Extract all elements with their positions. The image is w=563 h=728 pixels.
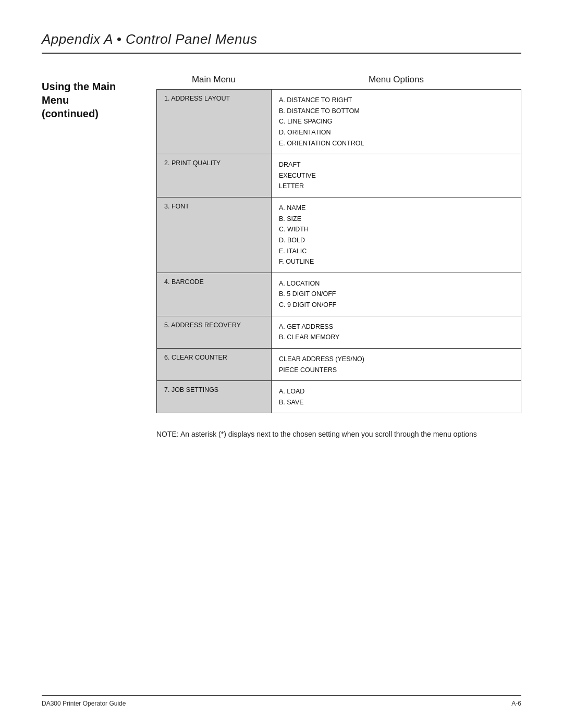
options-cell: A. LOCATIONB. 5 DIGIT ON/OFFC. 9 DIGIT O… xyxy=(272,273,521,316)
section-label: Using the Main Menu (continued) xyxy=(42,75,156,413)
menu-table: 1. ADDRESS LAYOUTA. DISTANCE TO RIGHTB. … xyxy=(156,89,521,413)
footer-left: DA300 Printer Operator Guide xyxy=(42,700,126,707)
main-menu-cell: 4. BARCODE xyxy=(157,273,272,316)
option-item: PIECE COUNTERS xyxy=(279,365,513,376)
note-text: NOTE: An asterisk (*) displays next to t… xyxy=(156,430,477,438)
column-headers: Main Menu Menu Options xyxy=(156,75,521,87)
main-menu-cell: 3. FONT xyxy=(157,198,272,273)
option-item: A. LOCATION xyxy=(279,278,513,289)
main-menu-cell: 6. CLEAR COUNTER xyxy=(157,348,272,380)
option-item: LETTER xyxy=(279,181,513,192)
option-item: C. WIDTH xyxy=(279,224,513,235)
col-header-menu-options: Menu Options xyxy=(271,75,521,87)
table-row: 3. FONTA. NAMEB. SIZEC. WIDTHD. BOLDE. I… xyxy=(157,198,521,273)
table-area: Main Menu Menu Options 1. ADDRESS LAYOUT… xyxy=(156,75,521,413)
option-item: D. ORIENTATION xyxy=(279,127,513,138)
option-item: E. ITALIC xyxy=(279,246,513,257)
options-cell: A. NAMEB. SIZEC. WIDTHD. BOLDE. ITALICF.… xyxy=(272,198,521,273)
option-item: B. 5 DIGIT ON/OFF xyxy=(279,289,513,300)
main-menu-cell: 2. PRINT QUALITY xyxy=(157,154,272,198)
note-section: NOTE: An asterisk (*) displays next to t… xyxy=(156,429,521,440)
main-menu-cell: 1. ADDRESS LAYOUT xyxy=(157,90,272,154)
options-cell: A. GET ADDRESSB. CLEAR MEMORY xyxy=(272,316,521,348)
option-item: A. LOAD xyxy=(279,386,513,397)
table-row: 2. PRINT QUALITYDRAFTEXECUTIVELETTER xyxy=(157,154,521,198)
option-item: B. SAVE xyxy=(279,397,513,408)
section-heading: Using the Main Menu (continued) xyxy=(42,80,146,120)
footer-right: A-6 xyxy=(511,700,521,707)
option-item: A. GET ADDRESS xyxy=(279,322,513,332)
option-item: C. 9 DIGIT ON/OFF xyxy=(279,300,513,311)
col-header-main-menu: Main Menu xyxy=(156,75,271,87)
option-item: A. DISTANCE TO RIGHT xyxy=(279,95,513,106)
table-row: 5. ADDRESS RECOVERYA. GET ADDRESSB. CLEA… xyxy=(157,316,521,348)
options-cell: A. DISTANCE TO RIGHTB. DISTANCE TO BOTTO… xyxy=(272,90,521,154)
option-item: B. SIZE xyxy=(279,214,513,225)
option-item: A. NAME xyxy=(279,203,513,214)
option-item: DRAFT xyxy=(279,159,513,170)
option-item: B. CLEAR MEMORY xyxy=(279,332,513,343)
table-row: 4. BARCODEA. LOCATIONB. 5 DIGIT ON/OFFC.… xyxy=(157,273,521,316)
table-row: 7. JOB SETTINGSA. LOADB. SAVE xyxy=(157,381,521,413)
table-row: 1. ADDRESS LAYOUTA. DISTANCE TO RIGHTB. … xyxy=(157,90,521,154)
options-cell: CLEAR ADDRESS (YES/NO)PIECE COUNTERS xyxy=(272,348,521,380)
page-title: Appendix A • Control Panel Menus xyxy=(42,31,257,47)
option-item: C. LINE SPACING xyxy=(279,116,513,127)
option-item: D. BOLD xyxy=(279,235,513,246)
option-item: EXECUTIVE xyxy=(279,170,513,181)
option-item: CLEAR ADDRESS (YES/NO) xyxy=(279,354,513,365)
main-menu-cell: 5. ADDRESS RECOVERY xyxy=(157,316,272,348)
main-menu-cell: 7. JOB SETTINGS xyxy=(157,381,272,413)
option-item: F. OUTLINE xyxy=(279,256,513,267)
option-item: E. ORIENTATION CONTROL xyxy=(279,138,513,149)
options-cell: DRAFTEXECUTIVELETTER xyxy=(272,154,521,198)
options-cell: A. LOADB. SAVE xyxy=(272,381,521,413)
page-footer: DA300 Printer Operator Guide A-6 xyxy=(42,695,521,707)
option-item: B. DISTANCE TO BOTTOM xyxy=(279,106,513,117)
table-row: 6. CLEAR COUNTERCLEAR ADDRESS (YES/NO)PI… xyxy=(157,348,521,380)
page-header: Appendix A • Control Panel Menus xyxy=(42,31,521,54)
content-section: Using the Main Menu (continued) Main Men… xyxy=(42,75,521,413)
